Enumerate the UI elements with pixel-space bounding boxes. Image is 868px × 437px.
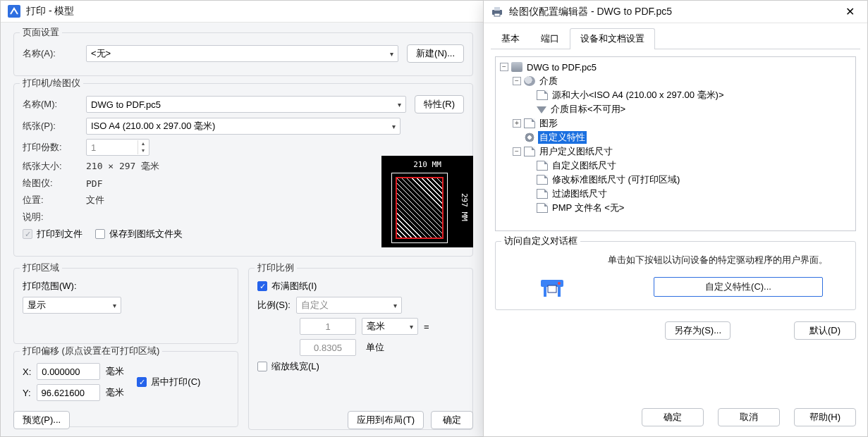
expand-icon[interactable]: + bbox=[513, 119, 521, 128]
collapse-icon[interactable]: − bbox=[500, 63, 508, 71]
tree-node[interactable]: 修改标准图纸尺寸 (可打印区域) bbox=[500, 173, 851, 187]
custom-properties-button[interactable]: 自定义特性(C)... bbox=[654, 277, 823, 297]
tree-node-label: 过滤图纸尺寸 bbox=[551, 187, 609, 200]
tree-node-label: 用户定义图纸尺寸 bbox=[538, 145, 614, 158]
checkbox-icon bbox=[257, 362, 267, 371]
window-title: 绘图仪配置编辑器 - DWG to PDF.pc5 bbox=[509, 6, 672, 18]
offset-y-label: Y: bbox=[23, 388, 31, 398]
collapse-icon[interactable]: − bbox=[513, 147, 521, 156]
scale-value: 自定义 bbox=[301, 299, 329, 312]
printer-name-value: DWG to PDF.pc5 bbox=[91, 99, 161, 110]
copies-spinner[interactable]: 1 ▴▾ bbox=[86, 139, 149, 156]
page-setup-name-select[interactable]: <无>▾ bbox=[86, 45, 398, 62]
page-icon bbox=[524, 118, 535, 128]
tree-node[interactable]: −DWG to PDF.pc5 bbox=[500, 60, 851, 74]
tree-node[interactable]: −用户定义图纸尺寸 bbox=[500, 144, 851, 159]
checkbox-icon: ✓ bbox=[137, 377, 147, 387]
preview-height-label: 297 MM bbox=[460, 193, 469, 221]
tree-node[interactable]: 源和大小<ISO A4 (210.00 x 297.00 毫米)> bbox=[500, 88, 851, 102]
titlebar: 打印 - 模型 bbox=[1, 1, 486, 23]
tree-node[interactable]: 过滤图纸尺寸 bbox=[500, 187, 851, 201]
apply-to-layout-button[interactable]: 应用到布局(T) bbox=[348, 411, 424, 429]
scale-num1-input[interactable]: 1 bbox=[300, 318, 356, 335]
fit-to-paper-checkbox[interactable]: ✓布满图纸(I) bbox=[257, 280, 317, 293]
tab-device-doc[interactable]: 设备和文档设置 bbox=[570, 28, 655, 49]
print-area-group: 打印区域 打印范围(W): 显示▾ bbox=[13, 268, 238, 344]
print-range-select[interactable]: 显示▾ bbox=[23, 297, 121, 314]
tab-port[interactable]: 端口 bbox=[530, 28, 570, 49]
spin-down-icon[interactable]: ▾ bbox=[137, 147, 147, 154]
scale-unit1-select[interactable]: 毫米▾ bbox=[362, 318, 418, 335]
print-range-value: 显示 bbox=[27, 299, 46, 312]
tree-node[interactable]: PMP 文件名 <无> bbox=[500, 201, 851, 215]
printer-name-select[interactable]: DWG to PDF.pc5▾ bbox=[86, 96, 406, 113]
ok-button[interactable]: 确定 bbox=[642, 408, 704, 426]
tree-node-label: 自定义图纸尺寸 bbox=[551, 159, 618, 172]
offset-y-input[interactable]: 96.621600 bbox=[37, 384, 100, 401]
paper-preview: 210 MM 297 MM bbox=[381, 156, 473, 247]
paper-size-label: 纸张大小: bbox=[23, 160, 86, 173]
preview-button[interactable]: 预览(P)... bbox=[13, 411, 70, 429]
scale-lineweight-checkbox[interactable]: 缩放线宽(L) bbox=[257, 360, 319, 373]
where-label: 位置: bbox=[23, 194, 86, 207]
tree-spacer bbox=[525, 204, 534, 212]
print-range-label: 打印范围(W): bbox=[23, 280, 77, 293]
tree-node[interactable]: 自定义图纸尺寸 bbox=[500, 159, 851, 173]
chevron-down-icon: ▾ bbox=[113, 302, 116, 309]
scale-num2-input[interactable]: 0.8305 bbox=[300, 339, 356, 356]
app-icon bbox=[8, 5, 20, 18]
offset-x-unit: 毫米 bbox=[106, 365, 124, 378]
cancel-button[interactable]: 取消 bbox=[718, 408, 780, 426]
filter-icon bbox=[537, 106, 546, 113]
tree-spacer bbox=[525, 161, 534, 170]
plotter-label: 绘图仪: bbox=[23, 177, 86, 190]
page-icon bbox=[537, 90, 548, 100]
plotter-value: PDF bbox=[86, 178, 102, 189]
offset-x-input[interactable]: 0.000000 bbox=[37, 363, 100, 380]
tab-basic[interactable]: 基本 bbox=[491, 28, 530, 49]
tab-bar: 基本 端口 设备和文档设置 bbox=[491, 27, 860, 49]
page-setup-name-label: 名称(A): bbox=[23, 47, 86, 60]
window-title: 打印 - 模型 bbox=[26, 5, 74, 18]
spin-up-icon[interactable]: ▴ bbox=[137, 140, 147, 147]
print-to-file-checkbox: ✓打印到文件 bbox=[23, 228, 82, 240]
collapse-icon[interactable]: − bbox=[513, 77, 521, 85]
print-offset-legend: 打印偏移 (原点设置在可打印区域) bbox=[20, 345, 162, 357]
print-dialog: 打印 - 模型 页面设置 名称(A): <无>▾ 新建(N)... 打印机/绘图… bbox=[0, 0, 487, 437]
printer-legend: 打印机/绘图仪 bbox=[20, 77, 83, 90]
fit-to-paper-label: 布满图纸(I) bbox=[271, 280, 317, 293]
footer-row-2: 确定 取消 帮助(H) bbox=[495, 408, 856, 426]
offset-x-label: X: bbox=[23, 367, 31, 377]
scale-select[interactable]: 自定义▾ bbox=[296, 297, 402, 314]
settings-tree[interactable]: −DWG to PDF.pc5−介质源和大小<ISO A4 (210.00 x … bbox=[495, 56, 856, 231]
page-icon bbox=[537, 161, 548, 171]
scale-unit2-label: 单位 bbox=[362, 341, 418, 354]
dialog-footer: 预览(P)... 应用到布局(T) 确定 bbox=[13, 411, 473, 429]
close-button[interactable]: ✕ bbox=[839, 5, 860, 18]
paper-size-value: 210 × 297 毫米 bbox=[86, 160, 159, 173]
save-as-button[interactable]: 另存为(S)... bbox=[665, 321, 731, 340]
svg-rect-3 bbox=[494, 13, 500, 16]
center-print-checkbox[interactable]: ✓居中打印(C) bbox=[137, 376, 200, 388]
ok-button[interactable]: 确定 bbox=[431, 411, 473, 429]
page-setup-name-value: <无> bbox=[91, 47, 111, 60]
where-value: 文件 bbox=[86, 194, 104, 207]
default-button[interactable]: 默认(D) bbox=[794, 321, 856, 340]
tree-node[interactable]: 介质目标<不可用> bbox=[500, 102, 851, 116]
page-setup-group: 页面设置 名称(A): <无>▾ 新建(N)... bbox=[13, 32, 473, 76]
printer-properties-button[interactable]: 特性(R) bbox=[415, 95, 464, 113]
desc-label: 说明: bbox=[23, 211, 86, 223]
tree-node-label: PMP 文件名 <无> bbox=[551, 202, 625, 214]
svg-rect-6 bbox=[558, 287, 561, 297]
new-page-setup-button[interactable]: 新建(N)... bbox=[407, 44, 464, 63]
preview-width-label: 210 MM bbox=[386, 160, 469, 169]
paper-select[interactable]: ISO A4 (210.00 x 297.00 毫米)▾ bbox=[86, 118, 401, 135]
checkbox-icon: ✓ bbox=[23, 229, 32, 239]
help-button[interactable]: 帮助(H) bbox=[794, 408, 856, 426]
save-to-folder-checkbox[interactable]: 保存到图纸文件夹 bbox=[95, 228, 183, 240]
tree-node-label: 图形 bbox=[538, 117, 559, 130]
tree-node[interactable]: −介质 bbox=[500, 74, 851, 88]
tree-spacer bbox=[525, 91, 534, 99]
tree-node[interactable]: 自定义特性 bbox=[500, 130, 851, 144]
tree-node[interactable]: +图形 bbox=[500, 116, 851, 130]
